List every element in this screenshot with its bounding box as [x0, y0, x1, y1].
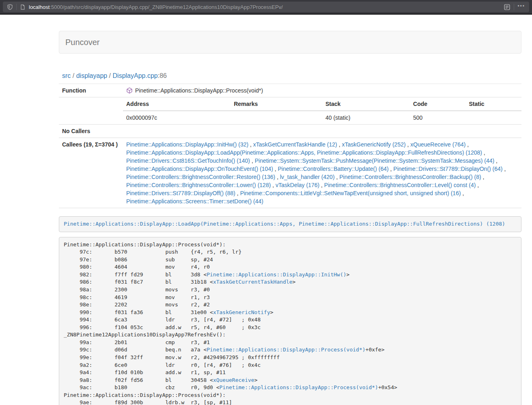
detail-header-row: Address Remarks Stack Code Static: [123, 97, 521, 111]
callee-link[interactable]: Pinetime::Controllers::BrightnessControl…: [126, 174, 275, 180]
urlbar-divider-right: [514, 4, 514, 10]
callees-row: Callees (19, Σ=3704 ) Pinetime::Applicat…: [59, 138, 521, 208]
detail-table: Address Remarks Stack Code Static 0x0000…: [123, 97, 521, 124]
browser-toolbar: localhost:5000/path/src/displayapp/Displ…: [0, 0, 532, 15]
callee-link[interactable]: xQueueReceive (764): [410, 141, 465, 148]
callee-link[interactable]: Pinetime::Drivers::St7789::DisplayOff() …: [126, 190, 235, 196]
callee-link[interactable]: Pinetime::System::SystemTask::PushMessag…: [255, 157, 495, 164]
callee-link[interactable]: Pinetime::Applications::DisplayApp::Init…: [126, 141, 248, 148]
breadcrumb-link[interactable]: DisplayApp.cpp: [113, 72, 158, 79]
callee-link[interactable]: Pinetime::Applications::DisplayApp::OnTo…: [126, 166, 273, 172]
breadcrumb-line-number: :86: [158, 72, 167, 79]
col-code: Code: [410, 97, 465, 111]
callee-link[interactable]: vTaskDelay (176): [276, 182, 319, 188]
no-callers-row: No Callers: [59, 125, 521, 138]
symbol-cube-icon: [126, 87, 133, 94]
static-value: [465, 111, 521, 124]
code-symbol-link[interactable]: xTaskGenericNotify: [213, 309, 270, 315]
url-host: localhost: [29, 4, 50, 10]
reader-mode-icon[interactable]: [504, 4, 510, 11]
function-row: Function Pinetime::Applications::Display…: [59, 84, 521, 97]
callees-label: Callees (19, Σ=3704 ): [59, 138, 123, 208]
code-size-value: 500: [410, 111, 465, 124]
callee-link[interactable]: Pinetime::Controllers::Battery::Update()…: [278, 166, 389, 172]
callee-link[interactable]: Pinetime::Controllers::BrightnessControl…: [339, 174, 481, 180]
code-symbol-link[interactable]: xQueueReceive: [213, 377, 254, 383]
callee-link[interactable]: Pinetime::Components::LittleVgl::SetNewT…: [240, 190, 461, 196]
function-label: Function: [59, 84, 123, 97]
navbar: Puncover: [59, 31, 521, 54]
brand-link[interactable]: Puncover: [65, 38, 100, 47]
shield-icon[interactable]: [7, 4, 13, 10]
breadcrumb-separator: /: [71, 72, 76, 79]
page-content: Puncover src / displayapp / DisplayApp.c…: [0, 15, 532, 405]
url-text[interactable]: localhost:5000/path/src/displayapp/Displ…: [29, 4, 500, 10]
breadcrumb-link[interactable]: displayapp: [76, 72, 108, 79]
callee-link[interactable]: Pinetime::Drivers::Cst816S::GetTouchInfo…: [126, 157, 250, 164]
code-symbol-link[interactable]: Pinetime::Applications::DisplayApp::Proc…: [220, 384, 378, 390]
disassembly-block: Pinetime::Applications::DisplayApp::Proc…: [59, 237, 521, 405]
address-value: 0x0000097c: [123, 111, 230, 124]
col-stack: Stack: [322, 97, 410, 111]
remarks-value: [230, 111, 322, 124]
highlighted-symbol-box: Pinetime::Applications::DisplayApp::Load…: [59, 216, 521, 232]
function-name-cell: Pinetime::Applications::DisplayApp::Proc…: [123, 84, 521, 97]
detail-table-cell: Address Remarks Stack Code Static 0x0000…: [123, 97, 521, 125]
callee-link[interactable]: Pinetime::Applications::Screens::Timer::…: [126, 198, 263, 205]
function-name: Pinetime::Applications::DisplayApp::Proc…: [135, 87, 263, 94]
breadcrumb-separator: /: [107, 72, 112, 79]
stack-value: 40 (static): [322, 111, 410, 124]
detail-row-wrapper: Address Remarks Stack Code Static 0x0000…: [59, 97, 521, 125]
callee-link[interactable]: xTaskGenericNotify (252): [342, 141, 405, 148]
url-path: :5000/path/src/displayapp/DisplayApp.cpp…: [50, 4, 283, 10]
callee-link[interactable]: Pinetime::Drivers::St7789::DisplayOn() (…: [393, 166, 502, 172]
code-symbol-link[interactable]: Pinetime::Applications::DisplayApp::Init…: [207, 271, 346, 278]
no-callers-cell: [123, 125, 521, 138]
main-container: Puncover src / displayapp / DisplayApp.c…: [59, 15, 521, 405]
page-info-icon[interactable]: [20, 4, 26, 10]
code-symbol-link[interactable]: Pinetime::Applications::DisplayApp::Proc…: [207, 347, 365, 353]
col-address: Address: [123, 97, 230, 111]
urlbar-divider: [16, 4, 17, 10]
callee-link[interactable]: lv_task_handler (420): [280, 174, 335, 180]
url-bar[interactable]: localhost:5000/path/src/displayapp/Displ…: [3, 2, 529, 12]
loadapp-link[interactable]: Pinetime::Applications::DisplayApp::Load…: [64, 221, 505, 227]
detail-value-row: 0x0000097c 40 (static) 500: [123, 111, 521, 124]
breadcrumb: src / displayapp / DisplayApp.cpp:86: [62, 71, 521, 80]
col-remarks: Remarks: [230, 97, 322, 111]
code-symbol-link[interactable]: xTaskGetCurrentTaskHandle: [213, 279, 293, 285]
callee-link[interactable]: Pinetime::Controllers::BrightnessControl…: [324, 182, 476, 188]
col-static: Static: [465, 97, 521, 111]
callee-link[interactable]: Pinetime::Applications::DisplayApp::Load…: [126, 149, 482, 156]
symbol-table: Function Pinetime::Applications::Display…: [59, 84, 521, 208]
breadcrumb-link[interactable]: src: [62, 72, 71, 79]
page-actions-menu-icon[interactable]: •••: [517, 4, 525, 10]
callee-link[interactable]: Pinetime::Controllers::BrightnessControl…: [126, 182, 271, 188]
callee-link[interactable]: xTaskGetCurrentTaskHandle (12): [253, 141, 337, 148]
no-callers-label: No Callers: [59, 125, 123, 138]
empty-cell: [59, 97, 123, 125]
callees-list: Pinetime::Applications::DisplayApp::Init…: [123, 138, 521, 208]
